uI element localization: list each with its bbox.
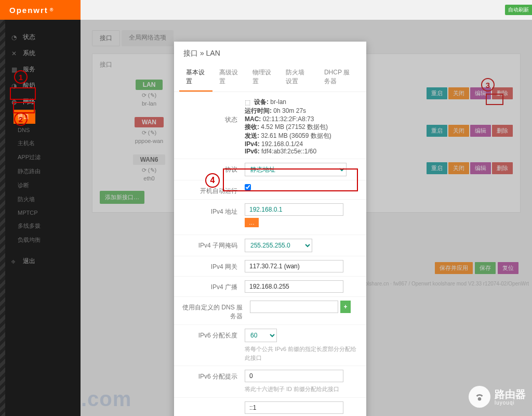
sidebar-item-label: 退出 xyxy=(23,257,35,266)
ipv6-hint-label: IPv6 分配提示 xyxy=(182,370,245,381)
sidebar-sub-staticroutes[interactable]: 静态路由 xyxy=(18,164,81,178)
ipv6-value: fdf4:ab3f:2c5e::1/60 xyxy=(261,148,316,155)
annotation-marker-4: 4 xyxy=(205,173,220,188)
ipv4-addr-more-button[interactable]: … xyxy=(245,218,259,227)
gauge-icon: ◔ xyxy=(11,34,19,41)
sidebar-item-label: 状态 xyxy=(23,33,35,42)
annotation-box-interface xyxy=(13,102,35,113)
tx-label: 发送: xyxy=(245,132,259,139)
row-ipv4-gw: IPv4 网关 xyxy=(174,256,366,276)
modal-tab-physical[interactable]: 物理设置 xyxy=(246,63,279,92)
modal-tab-advanced[interactable]: 高级设置 xyxy=(212,63,246,92)
sidebar-sub-mptcp[interactable]: MPTCP xyxy=(18,206,81,219)
ipv4-mask-select[interactable]: 255.255.255.0 xyxy=(245,239,312,252)
brand-header: Openwrt® xyxy=(0,0,81,20)
exit-icon: ⎆ xyxy=(11,258,19,265)
device-icon: ⬚ xyxy=(245,99,252,106)
wrench-icon: ✕ xyxy=(11,50,19,57)
uptime-label: 运行时间: xyxy=(245,107,272,114)
ipv6-hint-hint: 将此十六进制子 ID 前缀分配给此接口 xyxy=(245,385,358,394)
modal-body: 状态 ⬚设备: br-lan 运行时间: 0h 30m 27s MAC: 02:… xyxy=(174,92,366,416)
ipv6-len-select[interactable]: 60 xyxy=(245,329,277,342)
rx-value: 4.52 MB (27152 数据包) xyxy=(261,123,328,131)
sidebar-item-status[interactable]: ◔状态 xyxy=(0,29,81,45)
ipv6-label: IPv6: xyxy=(245,148,260,155)
sidebar-sub-firewall[interactable]: 防火墙 xyxy=(18,192,81,206)
ipv4-addr-label: IPv4 地址 xyxy=(182,203,245,216)
ipv4-mask-label: IPv4 子网掩码 xyxy=(182,239,245,250)
device-value: br-lan xyxy=(270,98,286,106)
ipv4-label: IPv4: xyxy=(245,140,260,148)
sidebar-sub-dhs[interactable]: DNS xyxy=(18,124,81,136)
brand-text: Openwrt xyxy=(9,6,48,15)
sidebar-item-system[interactable]: ✕系统 xyxy=(0,45,81,61)
mac-value: 02:11:32:2F:A8:73 xyxy=(263,115,314,123)
brand-reg: ® xyxy=(50,7,55,12)
dns-label: 使用自定义的 DNS 服务器 xyxy=(182,301,250,321)
uptime-value: 0h 30m 27s xyxy=(273,107,306,114)
sidebar-sub-loadbalance[interactable]: 负载均衡 xyxy=(18,233,81,247)
status-label: 状态 xyxy=(182,98,245,124)
sidebar-sub-appfilter[interactable]: APP过滤 xyxy=(18,150,81,164)
row-ipv6-suffix: IPv6 后缀 可选，允许的值："eui64"、"random" 和其他固定值（… xyxy=(174,397,366,417)
router-wm-small: luyouqi xyxy=(495,400,526,406)
device-label: 设备: xyxy=(254,98,269,106)
modal-tabs: 基本设置 高级设置 物理设置 防火墙设置 DHCP 服务器 xyxy=(174,63,366,92)
row-ipv4-mask: IPv4 子网掩码 255.255.255.0 xyxy=(174,235,366,256)
sidebar-network-submenu: 接口 DNS 主机名 APP过滤 静态路由 诊断 防火墙 MPTCP 多线多拨 … xyxy=(0,110,81,247)
row-ipv6-hint: IPv6 分配提示 将此十六进制子 ID 前缀分配给此接口 xyxy=(174,366,366,397)
sidebar-sub-multiwan[interactable]: 多线多拨 xyxy=(18,219,81,233)
annotation-marker-2: 2 xyxy=(14,112,28,126)
sidebar-item-services[interactable]: ▦服务 xyxy=(0,61,81,77)
modal-title: 接口 » LAN xyxy=(174,42,366,63)
ipv4-addr-input[interactable] xyxy=(245,203,343,216)
modal-tab-basic[interactable]: 基本设置 xyxy=(179,63,212,92)
dns-add-button[interactable]: + xyxy=(340,301,351,313)
row-status: 状态 ⬚设备: br-lan 运行时间: 0h 30m 27s MAC: 02:… xyxy=(174,94,366,159)
sidebar-texture xyxy=(0,20,5,416)
ipv4-bcast-input[interactable] xyxy=(245,280,343,293)
ipv6-hint-input[interactable] xyxy=(245,370,343,382)
mac-label: MAC: xyxy=(245,115,261,123)
ipv4-gw-label: IPv4 网关 xyxy=(182,260,245,271)
rx-label: 接收: xyxy=(245,123,259,131)
ipv6-suffix-input[interactable] xyxy=(245,401,343,414)
watermark-router: 路由器 luyouqi xyxy=(469,386,526,408)
row-dns: 使用自定义的 DNS 服务器 + xyxy=(174,296,366,324)
status-block: ⬚设备: br-lan 运行时间: 0h 30m 27s MAC: 02:11:… xyxy=(245,98,358,155)
dns-input[interactable] xyxy=(250,301,338,313)
svg-point-0 xyxy=(478,397,482,401)
router-icon xyxy=(469,386,490,408)
modal-tab-firewall[interactable]: 防火墙设置 xyxy=(279,63,317,92)
sidebar-item-logout[interactable]: ⎆退出 xyxy=(0,253,81,269)
annotation-box-network xyxy=(10,87,36,100)
ipv6-len-label: IPv6 分配长度 xyxy=(182,329,245,340)
sidebar-sub-hostnames[interactable]: 主机名 xyxy=(18,136,81,150)
row-ipv4-bcast: IPv4 广播 xyxy=(174,276,366,296)
sidebar-sub-diagnostics[interactable]: 诊断 xyxy=(18,178,81,192)
ipv4-bcast-label: IPv4 广播 xyxy=(182,280,245,292)
ipv4-value: 192.168.0.1/24 xyxy=(261,140,303,148)
row-ipv6-len: IPv6 分配长度 60 将每个公共 IPv6 前缀的指定长度部分分配给此接口 xyxy=(174,324,366,366)
annotation-marker-1: 1 xyxy=(14,70,28,84)
sidebar-item-label: 系统 xyxy=(23,49,35,58)
ipv6-suffix-label: IPv6 后缀 xyxy=(182,401,245,417)
ipv6-len-hint: 将每个公共 IPv6 前缀的指定长度部分分配给此接口 xyxy=(245,345,358,362)
sidebar: ◔状态 ✕系统 ▦服务 ◑酸奶 ◍网络 接口 DNS 主机名 APP过滤 静态路… xyxy=(0,20,81,416)
modal-tab-dhcp[interactable]: DHCP 服务器 xyxy=(317,63,361,92)
auto-refresh-badge[interactable]: 自动刷新 xyxy=(505,5,532,15)
router-wm-big: 路由器 xyxy=(495,388,526,400)
row-ipv4-addr: IPv4 地址 … xyxy=(174,199,366,235)
interface-edit-modal: 接口 » LAN 基本设置 高级设置 物理设置 防火墙设置 DHCP 服务器 状… xyxy=(174,42,366,416)
annotation-box-ipv4 xyxy=(223,168,358,191)
ipv4-gw-input[interactable] xyxy=(245,260,343,272)
tx-value: 32.61 MB (36059 数据包) xyxy=(261,132,331,139)
